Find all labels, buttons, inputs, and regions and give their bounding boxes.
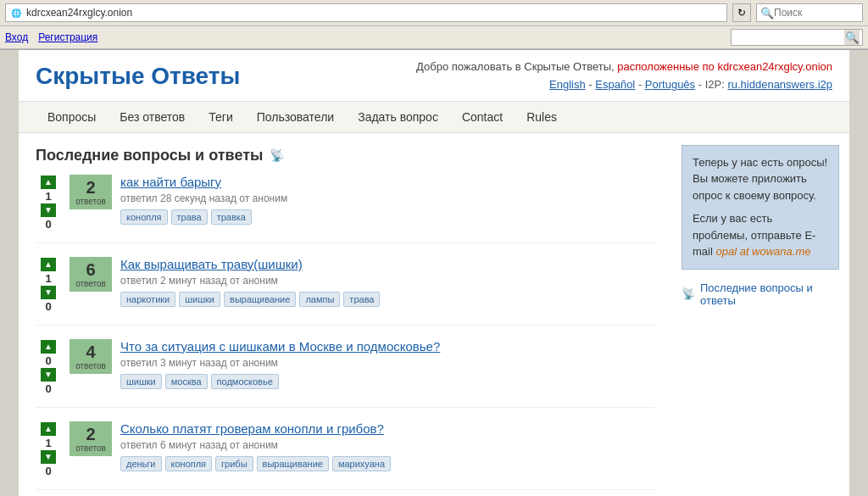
sidebar-text2: Если у вас есть проблемы, отправьте E-ma… (693, 210, 828, 260)
sidebar-rss-link[interactable]: 📡 Последние вопросы и ответы (682, 281, 839, 307)
nav-contact[interactable]: Contact (450, 102, 515, 132)
site-tagline: Добро пожаловать в Скрытые Ответы, распо… (416, 59, 832, 94)
vote-up-button[interactable]: ▲ (41, 340, 56, 354)
nav-tags[interactable]: Теги (197, 102, 244, 132)
main-nav: Вопросы Без ответов Теги Пользователи За… (19, 102, 849, 133)
nav-rules[interactable]: Rules (515, 102, 569, 132)
tag[interactable]: москва (165, 374, 208, 389)
tagline-highlight: расположенные по kdrcxean24rxglcy.onion (617, 60, 832, 73)
sidebar-info-box: Теперь у нас есть опросы! Вы можете прил… (682, 145, 839, 270)
nav-search-input[interactable] (734, 32, 844, 42)
question-tags: шишки москва подмосковье (120, 374, 654, 389)
vote-box: ▲ 1 ▼ 0 (36, 257, 61, 313)
sidebar-email-link[interactable]: opal at wowana.me (715, 245, 810, 258)
answer-label: ответов (75, 443, 106, 453)
answer-num: 6 (86, 260, 95, 279)
nav-ask[interactable]: Задать вопрос (346, 102, 450, 132)
answer-count-box: 4 ответов (70, 339, 112, 374)
vote-down-button[interactable]: ▼ (41, 450, 56, 464)
nav-search-button[interactable]: 🔍 (844, 30, 860, 45)
nav-toolbar: Вход Регистрация 🔍 (0, 26, 868, 49)
lang-i2p-link[interactable]: ru.hiddenanswers.i2p (727, 78, 832, 91)
tag[interactable]: выращивание (257, 456, 329, 471)
main-content: Последние вопросы и ответы 📡 ▲ 1 ▼ 0 2 о… (19, 133, 671, 496)
vote-up-count: 1 (45, 437, 51, 449)
page-wrapper: Скрытые Ответы Добро пожаловать в Скрыты… (19, 50, 849, 496)
vote-down-count: 0 (45, 465, 51, 476)
login-link[interactable]: Вход (5, 31, 28, 43)
answer-num: 2 (86, 425, 95, 443)
tag[interactable]: деньги (120, 456, 162, 471)
tag[interactable]: подмосковье (211, 374, 279, 389)
question-tags: конопля трава травка (120, 209, 654, 225)
tag[interactable]: шишки (120, 374, 162, 389)
question-title-link[interactable]: Как выращивать траву(шишки) (120, 257, 654, 271)
address-bar[interactable]: 🌐 kdrcxean24rxglcy.onion (5, 3, 727, 22)
lang-espanol[interactable]: Español (595, 78, 635, 91)
vote-down-button[interactable]: ▼ (41, 203, 56, 217)
question-title-link[interactable]: Что за ситуация с шишками в Москве и под… (120, 339, 654, 354)
vote-down-button[interactable]: ▼ (41, 368, 56, 382)
answer-num: 2 (86, 178, 95, 197)
answer-label: ответов (75, 279, 106, 288)
vote-up-button[interactable]: ▲ (41, 176, 56, 189)
browser-search-wrap[interactable]: 🔍 (756, 3, 863, 22)
vote-box: ▲ 1 ▼ 0 (36, 421, 61, 477)
tag[interactable]: наркотики (120, 292, 175, 307)
tagline-prefix: Добро пожаловать в Скрытые Ответы, (416, 60, 617, 73)
question-meta: ответил 3 минут назад от аноним (120, 357, 654, 369)
rss-feed-icon[interactable]: 📡 (270, 148, 284, 162)
tag[interactable]: конопля (165, 456, 213, 471)
vote-up-count: 1 (45, 191, 51, 202)
answer-count-box: 2 ответов (70, 421, 112, 456)
vote-up-button[interactable]: ▲ (41, 258, 56, 271)
question-meta: ответил 6 минут назад от аноним (120, 439, 654, 451)
nav-search-wrap[interactable]: 🔍 (731, 29, 863, 46)
tag[interactable]: трава (343, 292, 380, 307)
tag[interactable]: грибы (215, 456, 253, 471)
tag[interactable]: шишки (179, 292, 220, 307)
question-item: ▲ 1 ▼ 0 2 ответов Сколько платят гровера… (36, 421, 654, 490)
vote-up-count: 1 (45, 273, 51, 284)
question-item: ▲ 1 ▼ 0 6 ответов Как выращивать траву(ш… (36, 257, 654, 326)
tag[interactable]: травка (211, 209, 252, 225)
answer-label: ответов (75, 361, 106, 371)
browser-chrome: 🌐 kdrcxean24rxglcy.onion ↻ 🔍 Вход Регист… (0, 0, 868, 50)
lang-english[interactable]: English (549, 78, 586, 91)
tagline-line1: Добро пожаловать в Скрытые Ответы, распо… (416, 59, 832, 76)
sidebar: Теперь у нас есть опросы! Вы можете прил… (671, 133, 849, 496)
question-body: Что за ситуация с шишками в Москве и под… (120, 339, 654, 389)
tag[interactable]: конопля (120, 209, 168, 225)
nav-questions[interactable]: Вопросы (36, 102, 108, 132)
vote-up-button[interactable]: ▲ (41, 422, 56, 436)
vote-down-button[interactable]: ▼ (41, 286, 56, 299)
question-meta: ответил 28 секунд назад от аноним (120, 192, 654, 204)
question-tags: наркотики шишки выращивание лампы трава (120, 292, 654, 307)
browser-search-input[interactable] (774, 7, 859, 19)
question-title-link[interactable]: Сколько платят гроверам конопли и грибов… (120, 421, 654, 436)
nav-users[interactable]: Пользователи (245, 102, 346, 132)
lang-portugues[interactable]: Português (645, 78, 695, 91)
register-link[interactable]: Регистрация (38, 31, 97, 43)
refresh-button[interactable]: ↻ (732, 3, 751, 22)
tag[interactable]: трава (171, 209, 208, 225)
tag[interactable]: выращивание (224, 292, 296, 307)
answer-count-box: 6 ответов (70, 257, 112, 292)
vote-box: ▲ 1 ▼ 0 (36, 175, 61, 231)
question-item: ▲ 0 ▼ 0 4 ответов Что за ситуация с шишк… (36, 339, 654, 408)
vote-down-count: 0 (45, 219, 51, 230)
vote-box: ▲ 0 ▼ 0 (36, 339, 61, 395)
search-icon: 🔍 (760, 7, 774, 20)
rss-icon: 📡 (682, 287, 695, 300)
tag[interactable]: лампы (299, 292, 340, 307)
tag[interactable]: марихуана (332, 456, 391, 471)
nav-unanswered[interactable]: Без ответов (108, 102, 197, 132)
vote-down-count: 0 (45, 383, 51, 394)
nav-right: 🔍 (731, 29, 863, 46)
site-logo: Скрытые Ответы (36, 63, 240, 90)
site-header: Скрытые Ответы Добро пожаловать в Скрыты… (19, 50, 849, 102)
lang-sep2: - (638, 78, 645, 91)
page-icon: 🌐 (11, 8, 21, 18)
question-title-link[interactable]: как найти барыгу (120, 175, 654, 189)
sidebar-text1: Теперь у нас есть опросы! Вы можете прил… (693, 154, 828, 204)
